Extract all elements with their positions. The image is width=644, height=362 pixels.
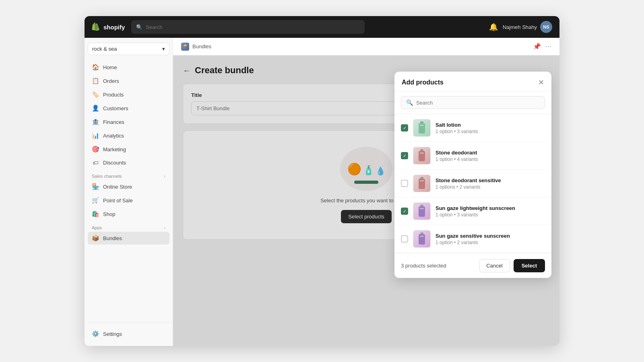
modal-close-button[interactable]: ✕ [538, 79, 544, 86]
svg-rect-4 [420, 149, 423, 151]
product-thumb-sun-gaze-sensitive [413, 230, 431, 248]
apps-expand-icon[interactable]: › [164, 225, 165, 230]
product-meta-stone-deodorant-sensitive: 1 options • 2 variants [436, 184, 545, 190]
add-products-modal: Add products ✕ 🔍 [394, 72, 551, 278]
logo: shopify [92, 23, 125, 31]
product-item[interactable]: Sun gaze lightweight sunscreen1 option •… [394, 197, 551, 225]
analytics-icon: 📊 [92, 132, 99, 139]
product-checkbox-stone-deodorant-sensitive[interactable] [401, 180, 408, 187]
product-meta-sun-gaze-sensitive: 1 option • 2 variants [436, 240, 545, 245]
shopify-logo-icon [92, 23, 101, 31]
sidebar-item-finances[interactable]: 🏦 Finances [88, 115, 169, 128]
product-info-stone-deodorant: Stone deodorant1 option • 4 variants [436, 150, 545, 162]
logo-text: shopify [103, 24, 125, 31]
nav-label-products: Products [103, 92, 124, 98]
bundles-icon: 📦 [92, 234, 99, 242]
selected-count: 3 products selected [401, 263, 446, 269]
products-icon: 🏷️ [92, 91, 99, 98]
svg-rect-0 [95, 24, 97, 30]
svg-rect-15 [420, 236, 424, 237]
sidebar-item-marketing[interactable]: 🎯 Marketing [88, 143, 169, 156]
sidebar-item-shop[interactable]: 🛍️ Shop [88, 208, 169, 220]
sales-channels-section: Sales channels › [88, 170, 169, 180]
shop-icon: 🛍️ [92, 210, 99, 218]
product-checkbox-salt-lotion[interactable] [401, 124, 408, 132]
avatar: NS [540, 21, 552, 33]
customers-icon: 👤 [92, 105, 99, 112]
topbar-search[interactable]: 🔍 [131, 20, 365, 34]
product-list: Salt lotion1 option • 3 variants Stone d… [394, 114, 551, 253]
nav-label-home: Home [103, 64, 117, 70]
sidebar-item-customers[interactable]: 👤 Customers [88, 102, 169, 115]
more-options-icon[interactable]: ⋯ [545, 43, 551, 50]
search-input[interactable] [146, 24, 360, 30]
sidebar-item-home[interactable]: 🏠 Home [88, 61, 169, 74]
header-actions: 📌 ⋯ [533, 43, 551, 50]
sidebar-item-bundles[interactable]: 📦 Bundles [88, 232, 169, 245]
sidebar: rock & sea ▾ 🏠 Home 📋 Orders 🏷️ Products… [85, 38, 173, 346]
product-name-sun-gaze-sensitive: Sun gaze sensitive sunscreen [436, 233, 545, 239]
app-window: shopify 🔍 🔔 Najmeh Shahy NS rock & sea ▾ [85, 16, 559, 346]
pin-icon[interactable]: 📌 [533, 43, 541, 50]
svg-rect-8 [419, 179, 425, 189]
content-header: 📦 Bundles 📌 ⋯ [173, 38, 559, 56]
user-info: Najmeh Shahy NS [503, 21, 552, 33]
sidebar-item-settings[interactable]: ⚙️ Settings [88, 327, 169, 340]
product-item[interactable]: Sun gaze sensitive sunscreen1 option • 2… [394, 225, 551, 253]
svg-rect-6 [420, 152, 424, 154]
nav-label-orders: Orders [103, 78, 119, 84]
search-icon: 🔍 [136, 24, 142, 30]
nav-label-settings: Settings [103, 331, 122, 337]
app-icon: 📦 [181, 43, 189, 51]
store-selector[interactable]: rock & sea ▾ [88, 43, 169, 55]
select-button[interactable]: Select [514, 259, 545, 272]
breadcrumb: 📦 Bundles [181, 43, 211, 51]
svg-rect-12 [420, 208, 424, 209]
avatar-initials: NS [543, 25, 549, 29]
product-item[interactable]: Salt lotion1 option • 3 variants [394, 114, 551, 142]
marketing-icon: 🎯 [92, 146, 99, 153]
modal-search-wrap[interactable]: 🔍 [401, 96, 545, 109]
online-store-icon: 🏪 [92, 183, 99, 190]
topbar: shopify 🔍 🔔 Najmeh Shahy NS [85, 16, 559, 38]
cancel-button[interactable]: Cancel [479, 259, 509, 272]
product-item[interactable]: Stone deodorant sensitive1 options • 2 v… [394, 170, 551, 197]
nav-label-point-of-sale: Point of Sale [103, 197, 133, 204]
sidebar-item-orders[interactable]: 📋 Orders [88, 74, 169, 87]
product-checkbox-sun-gaze-lightweight[interactable] [401, 208, 408, 215]
discounts-icon: 🏷 [92, 159, 99, 166]
modal-header: Add products ✕ [394, 72, 551, 91]
modal-search-icon: 🔍 [406, 99, 413, 106]
sidebar-item-online-store[interactable]: 🏪 Online Store [88, 180, 169, 193]
point-of-sale-icon: 🛒 [92, 197, 99, 204]
notification-bell-icon[interactable]: 🔔 [489, 23, 498, 31]
product-name-stone-deodorant: Stone deodorant [436, 150, 545, 156]
user-name: Najmeh Shahy [503, 24, 537, 30]
svg-rect-5 [419, 151, 425, 161]
product-checkbox-stone-deodorant[interactable] [401, 152, 408, 159]
product-meta-stone-deodorant: 1 option • 4 variants [436, 156, 545, 162]
nav-label-analytics: Analytics [103, 133, 124, 139]
modal-overlay: Add products ✕ 🔍 [173, 56, 559, 346]
nav-label-discounts: Discounts [103, 160, 126, 166]
product-info-stone-deodorant-sensitive: Stone deodorant sensitive1 options • 2 v… [436, 177, 545, 190]
product-item[interactable]: Stone deodorant1 option • 4 variants [394, 142, 551, 170]
sidebar-bottom: ⚙️ Settings [88, 322, 169, 341]
sidebar-item-products[interactable]: 🏷️ Products [88, 88, 169, 101]
sidebar-item-analytics[interactable]: 📊 Analytics [88, 129, 169, 142]
svg-rect-7 [420, 177, 423, 179]
nav-label-finances: Finances [103, 119, 124, 125]
product-thumb-stone-deodorant-sensitive [413, 175, 431, 192]
topbar-right: 🔔 Najmeh Shahy NS [489, 21, 552, 33]
nav-label-shop: Shop [103, 211, 115, 217]
svg-rect-2 [419, 123, 425, 134]
sidebar-item-point-of-sale[interactable]: 🛒 Point of Sale [88, 194, 169, 207]
product-thumb-stone-deodorant [413, 147, 431, 165]
dropdown-icon: ▾ [162, 46, 165, 52]
product-checkbox-sun-gaze-sensitive[interactable] [401, 235, 408, 243]
sidebar-item-discounts[interactable]: 🏷 Discounts [88, 156, 169, 169]
product-info-salt-lotion: Salt lotion1 option • 3 variants [436, 122, 545, 134]
expand-icon[interactable]: › [164, 174, 165, 179]
modal-search-input[interactable] [416, 100, 540, 106]
svg-rect-3 [420, 125, 424, 126]
